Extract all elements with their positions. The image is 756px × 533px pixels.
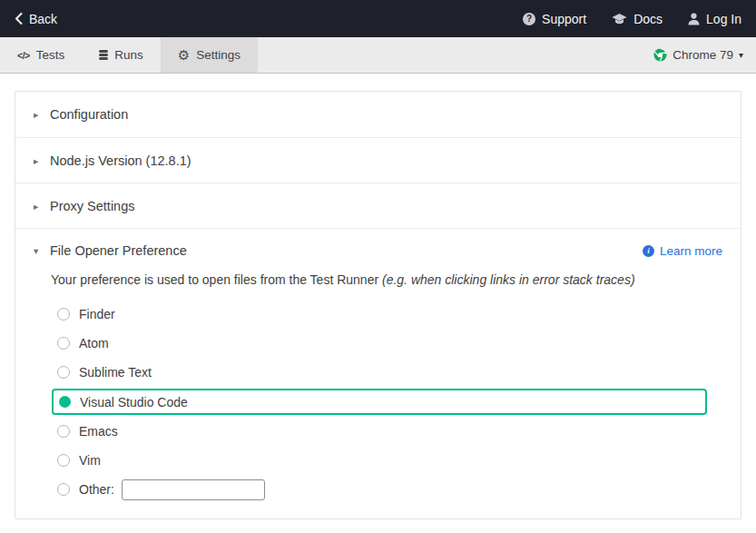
caret-right-icon: ▸ [34,155,50,166]
graduation-cap-icon [612,13,627,25]
user-icon [688,13,700,25]
settings-panel: ▸ Configuration ▸ Node.js Version (12.8.… [15,91,741,519]
tab-runs[interactable]: Runs [82,37,161,73]
tabbar: </> Tests Runs ⚙ Settings Chrome 79 ▾ [0,37,756,74]
docs-link[interactable]: Docs [612,12,663,26]
tab-settings-label: Settings [196,48,241,62]
file-opener-options: Finder Atom Sublime Text Visual Studio C… [15,300,741,504]
caret-right-icon: ▸ [34,109,50,120]
question-circle-icon: ? [523,13,535,25]
option-label: Sublime Text [79,365,152,380]
section-title: Proxy Settings [50,199,135,213]
chevron-left-icon [15,13,23,25]
caret-down-icon: ▾ [739,50,743,60]
caret-right-icon: ▸ [34,201,50,212]
tab-runs-label: Runs [114,48,143,62]
back-label: Back [29,12,57,26]
code-icon: </> [17,50,30,61]
chrome-icon [653,48,667,62]
other-editor-input[interactable] [122,479,265,500]
topbar: Back ? Support Docs Log In [0,0,756,37]
option-finder[interactable]: Finder [15,300,741,329]
radio-selected-icon[interactable] [59,396,71,408]
option-label: Emacs [79,424,118,439]
option-atom[interactable]: Atom [15,329,741,358]
support-label: Support [542,12,586,26]
radio-icon[interactable] [57,366,70,379]
option-visual-studio-code[interactable]: Visual Studio Code [52,389,707,415]
login-button[interactable]: Log In [688,12,741,26]
learn-more-label: Learn more [660,244,722,258]
gear-icon: ⚙ [178,48,190,62]
description-text: Your preference is used to open files fr… [51,272,382,287]
section-nodejs-version[interactable]: ▸ Node.js Version (12.8.1) [15,137,741,183]
radio-icon[interactable] [57,483,70,496]
browser-label: Chrome 79 [673,48,733,62]
option-label: Other: [79,482,114,497]
radio-icon[interactable] [57,425,70,438]
radio-icon[interactable] [57,337,70,350]
browser-dropdown[interactable]: Chrome 79 ▾ [653,37,756,73]
option-label: Atom [79,336,109,350]
option-label: Finder [79,307,115,321]
option-emacs[interactable]: Emacs [15,417,741,446]
section-proxy-settings[interactable]: ▸ Proxy Settings [15,183,741,228]
topbar-right: ? Support Docs Log In [523,12,741,26]
description-note: (e.g. when clicking links in error stack… [382,272,635,287]
option-vim[interactable]: Vim [15,446,741,475]
tab-tests[interactable]: </> Tests [0,37,82,73]
option-label: Vim [79,453,101,468]
login-label: Log In [706,12,741,26]
docs-label: Docs [633,12,663,26]
option-other[interactable]: Other: [15,475,741,504]
option-sublime-text[interactable]: Sublime Text [15,358,741,387]
info-circle-icon: i [643,245,654,257]
support-link[interactable]: ? Support [523,12,586,26]
section-title: File Opener Preference [50,243,187,258]
stacked-discs-icon [99,50,108,60]
option-label: Visual Studio Code [80,395,188,410]
back-button[interactable]: Back [15,12,57,26]
section-file-opener: ▾ File Opener Preference i Learn more Yo… [15,228,741,504]
radio-icon[interactable] [57,308,70,321]
section-title: Configuration [50,107,128,122]
radio-icon[interactable] [57,454,70,467]
section-title: Node.js Version (12.8.1) [50,153,191,168]
tab-tests-label: Tests [36,48,65,62]
section-file-opener-header[interactable]: ▾ File Opener Preference i Learn more [15,229,741,272]
caret-down-icon: ▾ [34,245,50,256]
learn-more-link[interactable]: i Learn more [643,244,722,258]
section-configuration[interactable]: ▸ Configuration [15,92,741,137]
file-opener-description: Your preference is used to open files fr… [15,272,741,287]
tab-settings[interactable]: ⚙ Settings [161,37,258,73]
